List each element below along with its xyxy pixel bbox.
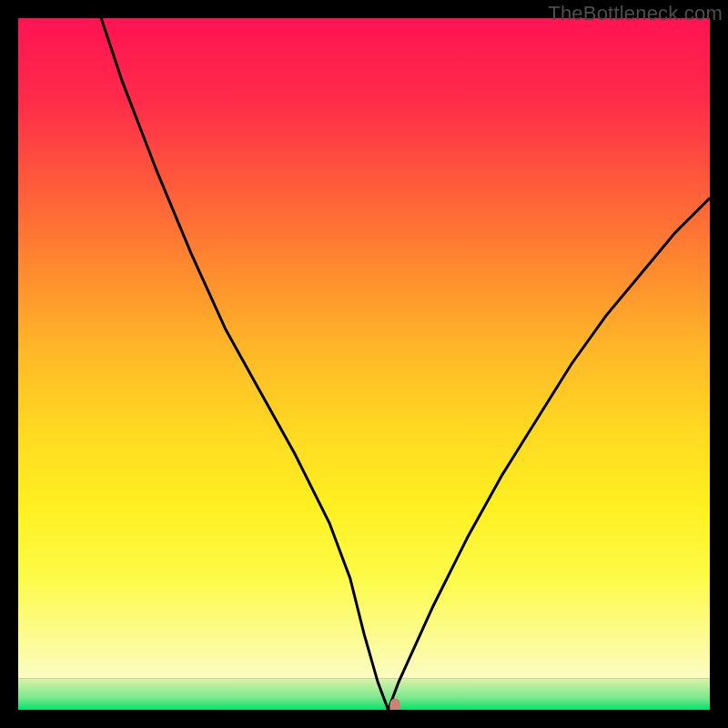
plot-area <box>18 18 710 710</box>
green-band <box>18 679 710 710</box>
chart-frame: TheBottleneck.com <box>0 0 728 728</box>
watermark-text: TheBottleneck.com <box>548 2 723 25</box>
chart-svg <box>18 18 710 710</box>
gradient-background <box>18 18 710 679</box>
